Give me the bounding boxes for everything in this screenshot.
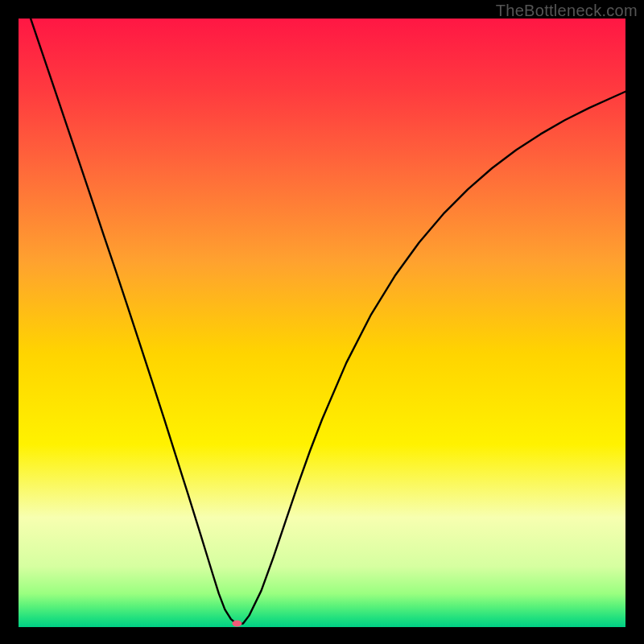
optimal-point-marker bbox=[232, 620, 242, 626]
chart-frame bbox=[19, 19, 625, 627]
watermark-text: TheBottleneck.com bbox=[496, 2, 638, 20]
bottleneck-chart bbox=[19, 19, 625, 627]
plot-background bbox=[19, 19, 625, 627]
